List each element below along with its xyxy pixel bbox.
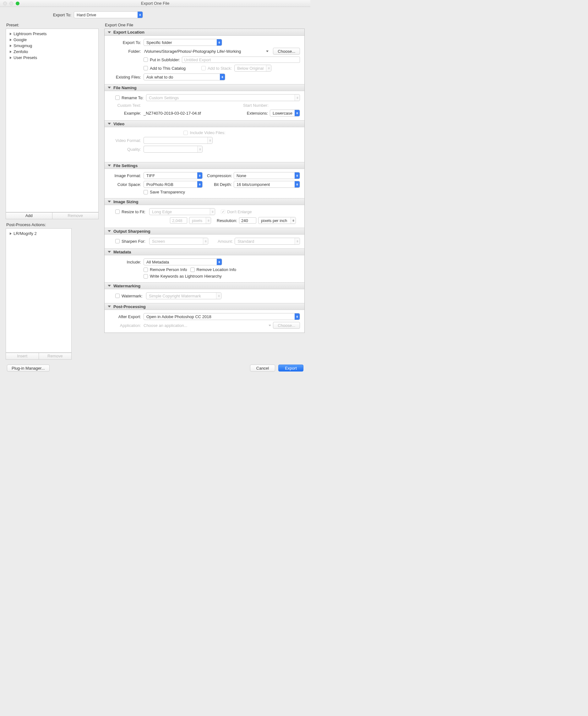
- image-format-select[interactable]: TIFF: [144, 172, 203, 179]
- put-in-subfolder-checkbox[interactable]: [144, 58, 148, 62]
- custom-text-label: Custom Text:: [109, 103, 144, 108]
- watermark-checkbox[interactable]: [115, 294, 120, 298]
- sharpen-for-checkbox[interactable]: [115, 239, 120, 244]
- remove-person-label: Remove Person Info: [150, 267, 187, 272]
- select-stepper-icon: [138, 12, 143, 18]
- ppa-listbox[interactable]: LR/Mogrify 2: [6, 228, 71, 353]
- section-title: Metadata: [113, 250, 131, 254]
- watermark-label: Watermark:: [122, 294, 146, 298]
- plugin-manager-button[interactable]: Plug-in Manager...: [7, 364, 50, 372]
- remove-ppa-button[interactable]: Remove: [39, 353, 72, 360]
- chevron-down-icon: [108, 285, 111, 287]
- section-file-settings[interactable]: File Settings: [105, 162, 304, 169]
- select-stepper-icon: [217, 259, 222, 265]
- select-stepper-icon: [206, 217, 211, 224]
- preset-item-label: Google: [14, 37, 27, 42]
- example-value: _NZ74070-2019-03-02-17-04.tif: [144, 111, 201, 115]
- section-title: Output Sharpening: [113, 229, 150, 234]
- write-keywords-label: Write Keywords as Lightroom Hierarchy: [150, 274, 222, 278]
- dont-enlarge-checkbox: [221, 209, 225, 214]
- export-button[interactable]: Export: [278, 364, 303, 372]
- export-to-value: Hard Drive: [77, 13, 96, 17]
- select-value: TIFF: [146, 173, 155, 178]
- compression-select[interactable]: None: [234, 172, 300, 179]
- preset-item[interactable]: Google: [8, 37, 96, 43]
- rename-to-label: Rename To:: [122, 96, 146, 100]
- start-number-label: Start Number:: [243, 103, 269, 108]
- add-to-catalog-checkbox[interactable]: [144, 66, 148, 70]
- bit-depth-select[interactable]: 16 bits/component: [234, 181, 300, 188]
- include-video-label: Include Video Files:: [190, 130, 225, 135]
- cancel-button[interactable]: Cancel: [250, 364, 275, 372]
- preset-item[interactable]: User Presets: [8, 55, 96, 61]
- application-label: Application:: [109, 323, 144, 328]
- section-title: Video: [113, 122, 124, 126]
- section-output-sharpening[interactable]: Output Sharpening: [105, 228, 304, 235]
- export-to-folder-label: Export To:: [109, 40, 144, 45]
- write-keywords-checkbox[interactable]: [144, 274, 148, 278]
- add-preset-button[interactable]: Add: [6, 212, 52, 219]
- add-to-stack-label: Add to Stack:: [208, 66, 232, 71]
- section-title: Post-Processing: [113, 304, 146, 309]
- put-in-subfolder-label: Put in Subfolder:: [150, 58, 180, 62]
- export-to-folder-select[interactable]: Specific folder: [144, 39, 222, 46]
- choose-folder-button[interactable]: Choose...: [273, 48, 300, 55]
- subfolder-input[interactable]: Untitled Export: [182, 57, 300, 63]
- remove-preset-button[interactable]: Remove: [52, 212, 99, 219]
- ppa-item-label: LR/Mogrify 2: [14, 231, 37, 236]
- preset-listbox[interactable]: Lightroom PresetsGoogleSmugmugZenfolioUs…: [6, 28, 99, 212]
- chevron-down-icon: [108, 31, 111, 33]
- add-to-catalog-label: Add to This Catalog: [150, 66, 186, 71]
- preset-item[interactable]: Smugmug: [8, 43, 96, 49]
- color-space-select[interactable]: ProPhoto RGB: [144, 181, 203, 188]
- ppa-label: Post-Process Actions:: [6, 222, 99, 227]
- section-image-sizing[interactable]: Image Sizing: [105, 198, 304, 205]
- export-to-select[interactable]: Hard Drive: [74, 11, 143, 18]
- chevron-down-icon: [108, 251, 111, 253]
- select-stepper-icon: [216, 293, 221, 299]
- preset-item[interactable]: Lightroom Presets: [8, 31, 96, 37]
- section-metadata[interactable]: Metadata: [105, 248, 304, 255]
- resize-to-fit-checkbox[interactable]: [115, 209, 120, 214]
- folder-dropdown-icon[interactable]: [266, 50, 269, 52]
- chevron-right-icon: [10, 232, 12, 235]
- select-stepper-icon: [291, 217, 296, 224]
- insert-ppa-button[interactable]: Insert: [6, 353, 39, 360]
- save-transparency-checkbox[interactable]: [144, 190, 148, 194]
- sharpen-for-select: Screen: [149, 238, 208, 245]
- stack-position-select: Below Original: [234, 65, 271, 71]
- extensions-select[interactable]: Lowercase: [270, 110, 300, 117]
- section-export-location[interactable]: Export Location: [105, 29, 304, 36]
- remove-location-checkbox[interactable]: [190, 268, 195, 272]
- chevron-down-icon: [108, 87, 111, 88]
- existing-files-label: Existing Files:: [109, 75, 144, 80]
- section-post-processing[interactable]: Post-Processing: [105, 303, 304, 310]
- select-value: ProPhoto RGB: [146, 182, 173, 187]
- preset-item[interactable]: Zenfolio: [8, 49, 96, 55]
- metadata-include-select[interactable]: All Metadata: [144, 258, 222, 265]
- chevron-down-icon: [108, 306, 111, 308]
- export-to-label: Export To:: [0, 13, 74, 17]
- section-file-naming[interactable]: File Naming: [105, 84, 304, 91]
- compression-label: Compression:: [207, 173, 234, 178]
- select-stepper-icon: [266, 65, 271, 71]
- include-video-checkbox: [184, 131, 188, 135]
- ppa-item[interactable]: LR/Mogrify 2: [8, 231, 69, 236]
- remove-person-checkbox[interactable]: [144, 268, 148, 272]
- rename-to-checkbox[interactable]: [115, 96, 120, 100]
- section-title: Export Location: [113, 30, 145, 35]
- select-value: Long Edge: [152, 209, 172, 214]
- resolution-unit-select[interactable]: pixels per inch: [258, 217, 296, 224]
- select-value: Specific folder: [146, 40, 172, 45]
- extensions-label: Extensions:: [247, 111, 268, 115]
- existing-files-select[interactable]: Ask what to do: [144, 73, 225, 80]
- folder-path: /Volumes/Storage/Photos/-Photography Lif…: [144, 49, 261, 54]
- resolution-input[interactable]: 240: [239, 217, 256, 224]
- section-title: File Settings: [113, 163, 138, 168]
- section-watermarking[interactable]: Watermarking: [105, 282, 304, 289]
- resize-to-fit-label: Resize to Fit:: [122, 209, 149, 214]
- section-video[interactable]: Video: [105, 120, 304, 127]
- size-unit-select: pixels: [189, 217, 211, 224]
- after-export-select[interactable]: Open in Adobe Photoshop CC 2018: [144, 313, 300, 320]
- select-stepper-icon: [295, 172, 300, 179]
